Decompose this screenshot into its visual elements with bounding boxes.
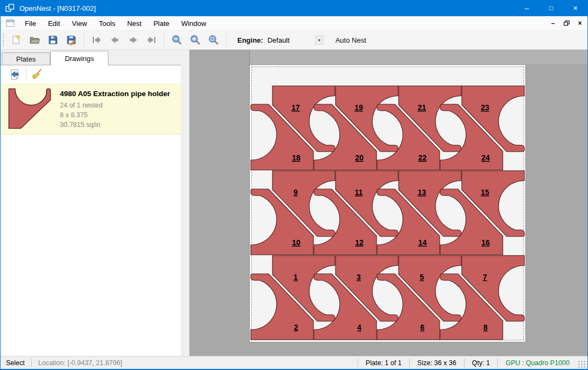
menu-item-tools[interactable]: Tools bbox=[93, 17, 121, 30]
clean-broom-icon bbox=[31, 69, 43, 80]
drawing-title: 4980 A05 Extraction pipe holder bbox=[60, 90, 170, 98]
resize-grip-icon[interactable] bbox=[578, 361, 586, 368]
nest-layout: 171819202122232491011121314151612345678 bbox=[250, 65, 527, 343]
close-icon: × bbox=[573, 4, 577, 12]
status-segment-2: Qty: 1 bbox=[464, 359, 497, 367]
tab-drawings[interactable]: Drawings bbox=[50, 51, 108, 65]
status-segment-1: Size: 36 x 36 bbox=[409, 359, 464, 367]
mdi-minimize-button[interactable]: – bbox=[547, 18, 559, 29]
part-number-21: 21 bbox=[418, 103, 426, 112]
drawing-dimensions: 8 x 8.375 bbox=[60, 110, 170, 120]
zoom-fit-button[interactable] bbox=[204, 32, 223, 48]
clean-button[interactable] bbox=[29, 67, 45, 82]
auto-nest-button[interactable]: Auto Nest bbox=[331, 33, 371, 47]
document-window-icon bbox=[6, 19, 15, 27]
zoom-out-button[interactable] bbox=[168, 32, 186, 48]
title-bar: OpenNest - [N0317-002] – □ × bbox=[1, 0, 587, 16]
engine-select[interactable]: Default bbox=[268, 36, 314, 44]
save-edit-button[interactable] bbox=[62, 32, 80, 48]
window-title: OpenNest - [N0317-002] bbox=[19, 4, 96, 12]
app-icon bbox=[5, 4, 15, 12]
part-number-5: 5 bbox=[420, 273, 424, 281]
new-file-button[interactable] bbox=[7, 32, 25, 48]
menu-item-file[interactable]: File bbox=[19, 17, 42, 30]
menu-item-view[interactable]: View bbox=[66, 17, 93, 30]
plate[interactable]: 171819202122232491011121314151612345678 bbox=[249, 64, 526, 342]
status-mode: Select bbox=[1, 359, 31, 367]
nav-previous-button[interactable] bbox=[106, 32, 124, 48]
part-number-22: 22 bbox=[418, 153, 427, 162]
tab-strip: Plates Drawings bbox=[1, 50, 181, 65]
part-number-12: 12 bbox=[355, 238, 364, 247]
status-location: Location: [-0.9437, 21.8796] bbox=[32, 359, 129, 367]
menu-items: FileEditViewToolsNestPlateWindow bbox=[19, 17, 212, 30]
toolbar-separator bbox=[84, 33, 84, 47]
menu-item-plate[interactable]: Plate bbox=[147, 17, 175, 30]
save-button[interactable] bbox=[44, 32, 62, 48]
zoom-out-icon bbox=[172, 35, 182, 45]
part-number-6: 6 bbox=[420, 323, 425, 332]
canvas-margin-strip bbox=[249, 50, 587, 64]
part-number-24: 24 bbox=[481, 153, 490, 162]
mdi-minimize-icon: – bbox=[551, 19, 555, 27]
menu-item-window[interactable]: Window bbox=[175, 17, 212, 30]
part-shape-thumbnail bbox=[8, 88, 52, 129]
toolbar: Engine: Default ▼ Auto Nest bbox=[1, 31, 587, 50]
main-area: Plates Drawings bbox=[1, 50, 587, 356]
part-number-2: 2 bbox=[294, 323, 298, 332]
import-drawing-button[interactable] bbox=[7, 67, 23, 82]
part-number-16: 16 bbox=[481, 238, 490, 247]
drawing-thumbnail bbox=[6, 88, 53, 129]
part-number-19: 19 bbox=[354, 103, 363, 112]
drawings-toolbar-separator bbox=[26, 68, 26, 81]
menu-item-nest[interactable]: Nest bbox=[121, 17, 148, 30]
part-number-14: 14 bbox=[418, 238, 427, 247]
status-bar: Select Location: [-0.9437, 21.8796] Plat… bbox=[1, 356, 587, 369]
toolbar-grip[interactable] bbox=[2, 33, 5, 47]
drawings-panel: 4980 A05 Extraction pipe holder 24 of 1 … bbox=[1, 65, 181, 356]
part-number-1: 1 bbox=[293, 273, 298, 281]
left-panel: Plates Drawings bbox=[1, 50, 181, 356]
panel-splitter[interactable] bbox=[181, 50, 189, 356]
mdi-restore-button[interactable] bbox=[560, 18, 572, 29]
engine-dropdown-arrow-icon[interactable]: ▼ bbox=[315, 35, 324, 45]
app-window: OpenNest - [N0317-002] – □ × FileEditVie… bbox=[0, 0, 588, 370]
part-number-15: 15 bbox=[481, 188, 489, 197]
part-number-3: 3 bbox=[357, 273, 361, 281]
nav-next-button[interactable] bbox=[124, 32, 142, 48]
part-number-11: 11 bbox=[355, 188, 363, 197]
part-number-9: 9 bbox=[293, 188, 298, 197]
drawings-toolbar bbox=[1, 65, 181, 84]
tab-plates[interactable]: Plates bbox=[2, 52, 50, 65]
toolbar-separator bbox=[164, 33, 165, 47]
minimize-icon: – bbox=[525, 4, 529, 12]
drawing-nested-count: 24 of 1 nested bbox=[60, 100, 170, 110]
nav-first-button[interactable] bbox=[87, 32, 106, 48]
drawing-area: 30.7815 sq/in bbox=[60, 120, 170, 130]
nest-canvas[interactable]: 171819202122232491011121314151612345678 bbox=[189, 50, 587, 356]
new-file-icon bbox=[11, 35, 22, 45]
nav-previous-icon bbox=[110, 35, 120, 45]
part-number-20: 20 bbox=[355, 153, 364, 162]
engine-label: Engine: bbox=[237, 36, 263, 44]
open-file-button[interactable] bbox=[25, 32, 44, 48]
part-number-4: 4 bbox=[357, 323, 361, 332]
part-number-7: 7 bbox=[483, 273, 487, 281]
save-edit-icon bbox=[66, 35, 77, 45]
minimize-button[interactable]: – bbox=[515, 0, 539, 16]
drawing-item-text: 4980 A05 Extraction pipe holder 24 of 1 … bbox=[60, 88, 170, 130]
zoom-fit-icon bbox=[208, 35, 219, 45]
part-number-23: 23 bbox=[481, 103, 489, 112]
nav-next-icon bbox=[128, 35, 139, 45]
menu-item-edit[interactable]: Edit bbox=[42, 17, 66, 30]
mdi-close-button[interactable]: × bbox=[574, 18, 586, 29]
close-button[interactable]: × bbox=[563, 0, 587, 16]
nav-first-icon bbox=[91, 35, 102, 45]
zoom-in-button[interactable] bbox=[186, 32, 204, 48]
import-drawing-icon bbox=[9, 69, 21, 80]
nav-last-icon bbox=[146, 35, 157, 45]
zoom-in-icon bbox=[190, 35, 201, 45]
nav-last-button[interactable] bbox=[142, 32, 161, 48]
drawing-list-item[interactable]: 4980 A05 Extraction pipe holder 24 of 1 … bbox=[1, 84, 181, 134]
maximize-button[interactable]: □ bbox=[539, 0, 563, 16]
